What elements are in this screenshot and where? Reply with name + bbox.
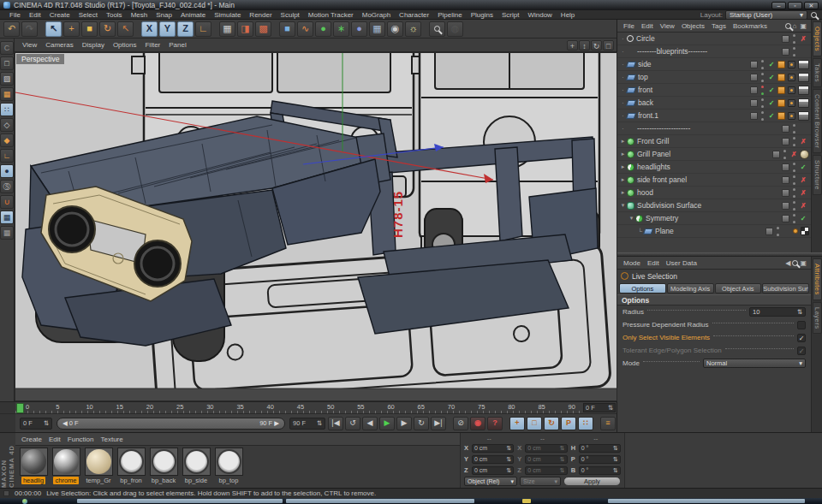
expand-toggle[interactable]: ▾ [628,215,635,222]
edit-toggle-icon[interactable] [750,86,758,94]
material-bp-back[interactable]: bp_back [148,448,179,484]
coordinate-input-x-1[interactable]: 0 cm⇅ [525,444,567,453]
keyframe-selection-button[interactable]: ≡ [600,417,616,430]
taskbar-window-button[interactable] [286,499,474,503]
attr-back-icon[interactable]: ◀ [785,259,790,267]
add-spline-menu[interactable]: ∿ [297,21,313,37]
edit-toggle-icon[interactable] [772,151,780,158]
tweak-mode[interactable]: ● [0,164,14,178]
checker-tag[interactable] [801,227,809,235]
menu-item-main-pipeline[interactable]: Pipeline [433,11,466,19]
dot-orange-tag[interactable] [793,228,798,234]
disabled-icon[interactable]: ✗ [799,202,807,210]
coordinate-input-p-2[interactable]: 0 °⇅ [579,455,621,464]
visibility-dots[interactable] [792,175,796,185]
redo-button[interactable]: ↷ [21,21,38,37]
planar-workplane[interactable]: ▦ [0,226,14,240]
rotate-tool[interactable]: ↻ [99,21,116,37]
edit-toggle-icon[interactable] [782,138,789,145]
object-row-front-grill[interactable]: ▸Front Grill✗ [617,135,811,148]
menu-item-viewport-display[interactable]: Display [78,41,109,49]
viewport-maximize-icon[interactable]: □ [603,40,614,50]
texture-photo-tag[interactable] [798,98,809,108]
visibility-dots[interactable] [760,111,765,121]
material-temp-gr[interactable]: temp_Gr [83,448,114,484]
model-mode[interactable]: □ [0,56,14,70]
field-only-select-visible-elements-checkbox[interactable]: ✓ [797,334,806,342]
render-region-button[interactable]: ◨ [237,21,253,37]
texture-photo-tag[interactable] [798,111,809,121]
taskbar-notification[interactable] [522,499,531,503]
menu-item-viewport-view[interactable]: View [18,41,41,49]
workplane-mode[interactable]: ▦ [0,87,14,101]
expand-toggle[interactable]: ▸ [619,163,627,170]
edit-toggle-icon[interactable] [782,163,789,171]
coordinate-input-y-0[interactable]: 0 cm⇅ [472,455,514,464]
edit-toggle-icon[interactable] [782,215,789,222]
display-tag[interactable] [788,99,795,107]
texture-photo-tag[interactable] [798,86,809,95]
enabled-icon[interactable]: ✓ [799,215,807,222]
edit-toggle-icon[interactable] [750,61,758,68]
start-frame-spinner[interactable]: 0 F ⇅ [20,418,52,430]
add-floor-menu[interactable]: ▦ [369,21,385,37]
polygons-mode[interactable]: ◆ [0,133,14,147]
edit-toggle-icon[interactable] [782,35,789,43]
om-filter-icon[interactable]: ⌂ [793,22,797,30]
tab-modeling-axis[interactable]: Modeling Axis [667,283,714,294]
goto-end-button[interactable]: ▶| [431,417,446,430]
side-tab-takes[interactable]: Takes [813,58,822,87]
render-settings-button[interactable]: ▩ [255,21,271,37]
compositing-tag[interactable] [777,112,785,120]
side-tab-objects[interactable]: Objects [813,21,822,56]
material-sphere-tag[interactable] [800,150,809,159]
workplane-lock[interactable]: ▦ [0,210,14,224]
coordinate-input-b-2[interactable]: 0 °⇅ [579,466,621,475]
enabled-icon[interactable]: ✓ [767,74,776,81]
key-pla-toggle[interactable]: ∷ [578,417,593,430]
tab-subdivision-surface[interactable]: Subdivision Surface [762,283,809,294]
visibility-dots[interactable] [792,163,796,172]
menu-item-main-select[interactable]: Select [74,11,102,19]
enabled-icon[interactable]: ✓ [767,112,776,120]
visibility-dots[interactable] [792,188,796,198]
edit-toggle-icon[interactable] [782,176,789,184]
menu-item-main-tools[interactable]: Tools [102,11,127,19]
key-scale-toggle[interactable]: □ [527,417,542,430]
display-tag[interactable] [788,86,795,94]
layout-select[interactable]: Startup (User) ▾ [725,10,807,20]
menu-item-objects-edit[interactable]: Edit [638,22,657,30]
material-bp-top[interactable]: bp_top [213,448,244,484]
object-row-side[interactable]: ·side✓ [617,58,811,71]
render-view-button[interactable]: ▦ [219,21,235,37]
compositing-tag[interactable] [777,61,785,68]
menu-item-attributes-edit[interactable]: Edit [644,259,663,267]
menu-item-objects-bookmarks[interactable]: Bookmarks [730,22,771,30]
visibility-dots[interactable] [792,47,796,56]
object-row-top[interactable]: ·top✓ [617,71,811,84]
enabled-icon[interactable]: ✓ [799,163,807,171]
object-row-back[interactable]: ·back✓ [617,97,811,110]
convert-object-tool[interactable]: C [0,41,14,55]
enabled-icon[interactable]: ✓ [767,86,776,94]
expand-toggle[interactable]: ▸ [619,189,627,196]
coordinate-system-toggle[interactable]: ∟ [195,21,211,37]
frame-range-slider[interactable]: ◀ 0 F 90 F ▶ [57,418,285,430]
menu-item-viewport-panel[interactable]: Panel [164,41,190,49]
disabled-icon[interactable]: ✗ [789,151,798,158]
disabled-icon[interactable]: ✗ [799,189,807,197]
object-row-side-front-panel[interactable]: ▸side front panel✗ [617,174,811,187]
attr-lock-icon[interactable]: ▣ [800,259,807,267]
edges-mode[interactable]: ◇ [0,118,14,132]
object-row-circle[interactable]: ·Circle✗ [617,33,811,45]
menu-item-main-file[interactable]: File [5,11,25,19]
display-tag[interactable] [788,112,795,120]
add-light-menu[interactable]: ☼ [405,21,421,37]
om-search-icon[interactable] [785,23,791,29]
viewport-magnifier-button[interactable] [429,21,445,37]
side-tab-content-browser[interactable]: Content Browser [813,89,822,153]
quantizing-toggle[interactable]: Ⓢ [0,180,14,193]
visibility-dots[interactable] [792,124,796,133]
compositing-tag[interactable] [777,99,785,107]
viewport-rotate-icon[interactable]: ↻ [591,40,602,50]
